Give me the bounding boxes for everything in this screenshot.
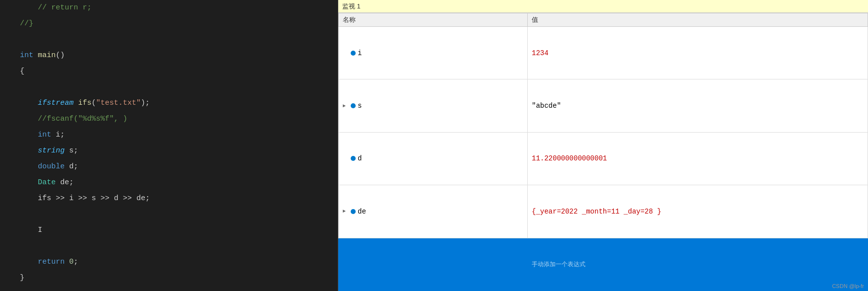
watch-row-i[interactable]: i 1234 [339, 27, 868, 79]
variable-name: i [358, 49, 362, 57]
code-line [0, 207, 338, 222]
watch-table-body: i 1234 ► s [339, 27, 868, 291]
code-line: int i; [0, 127, 338, 143]
line-content: int main() [15, 48, 338, 64]
code-line: //fscanf("%d%s%f", ) [0, 111, 338, 127]
watch-name-cell: d [339, 132, 528, 185]
variable-dot-icon [351, 103, 356, 108]
code-line [0, 79, 338, 95]
line-content: I [15, 222, 338, 238]
line-content: } [15, 270, 338, 286]
variable-value: {_year=2022 _month=11 _day=28 } [532, 208, 661, 216]
code-line: string s; [0, 143, 338, 159]
watch-value-cell: 11.220000000000001 [528, 132, 868, 185]
variable-dot-icon [351, 209, 356, 214]
expand-arrow [343, 50, 349, 56]
watch-row-s[interactable]: ► s "abcde" [339, 79, 868, 132]
code-panel: // return r; //} int main() { [0, 0, 338, 291]
line-content: double d; [15, 159, 338, 175]
watch-placeholder-text: 手动添加一个表达式 [532, 261, 585, 268]
code-line [0, 238, 338, 254]
line-content: // return r; [15, 0, 338, 16]
code-line: int main() [0, 48, 338, 64]
watch-container: 名称 值 i 1234 [338, 13, 868, 291]
variable-value: 11.220000000000001 [532, 154, 607, 162]
code-line: double d; [0, 159, 338, 175]
code-line: I [0, 222, 338, 238]
code-lines: // return r; //} int main() { [0, 0, 338, 286]
watch-name-cell: ► s [339, 79, 528, 132]
variable-dot-icon [351, 51, 356, 56]
line-content: Date de; [15, 175, 338, 191]
line-content: ifstream ifs("test.txt"); [15, 95, 338, 111]
line-content: ifs >> i >> s >> d >> de; [15, 191, 338, 207]
watch-name-cell: ► de [339, 185, 528, 238]
csdn-footer: CSDN @lp-fr [832, 283, 864, 289]
variable-name: s [358, 102, 362, 110]
code-line: { [0, 64, 338, 79]
variable-value: 1234 [532, 49, 549, 57]
expand-arrow[interactable]: ► [343, 209, 349, 214]
watch-selected-row[interactable]: 手动添加一个表达式 [339, 238, 868, 291]
code-line: } [0, 270, 338, 286]
variable-name: d [358, 154, 362, 162]
watch-value-cell: 1234 [528, 27, 868, 79]
watch-title: 监视 1 [342, 2, 361, 11]
watch-row-de[interactable]: ► de {_year=2022 _month=11 _day=28 } [339, 185, 868, 238]
variable-value: "abcde" [532, 102, 561, 110]
code-line: //} [0, 16, 338, 32]
watch-name-cell: i [339, 27, 528, 79]
expand-arrow[interactable]: ► [343, 103, 349, 109]
code-line: // return r; [0, 0, 338, 16]
watch-header-row: 名称 值 [339, 13, 868, 27]
expand-arrow [343, 262, 349, 267]
line-content: string s; [15, 143, 338, 159]
code-line: return 0; [0, 254, 338, 270]
watch-value-cell: "abcde" [528, 79, 868, 132]
code-line [0, 32, 338, 48]
watch-table-header: 名称 值 [339, 13, 868, 27]
line-content: //} [15, 16, 338, 32]
watch-panel: 监视 1 名称 值 i [338, 0, 868, 291]
variable-name: de [358, 208, 366, 216]
line-content: //fscanf("%d%s%f", ) [15, 111, 338, 127]
name-column-header: 名称 [339, 13, 528, 27]
watch-row-d[interactable]: d 11.220000000000001 [339, 132, 868, 185]
expand-arrow [343, 156, 349, 161]
watch-selected-value-cell: 手动添加一个表达式 [528, 238, 868, 291]
watch-table: 名称 值 i 1234 [338, 13, 868, 291]
line-content: { [15, 64, 338, 79]
value-column-header: 值 [528, 13, 868, 27]
code-line: Date de; [0, 175, 338, 191]
watch-title-bar: 监视 1 [338, 0, 868, 13]
watch-value-cell: {_year=2022 _month=11 _day=28 } [528, 185, 868, 238]
line-content: return 0; [15, 254, 338, 270]
code-line: ifs >> i >> s >> d >> de; [0, 191, 338, 207]
code-line: ifstream ifs("test.txt"); [0, 95, 338, 111]
line-content: int i; [15, 127, 338, 143]
variable-dot-icon [351, 156, 356, 161]
watch-selected-name-cell[interactable] [339, 238, 528, 291]
